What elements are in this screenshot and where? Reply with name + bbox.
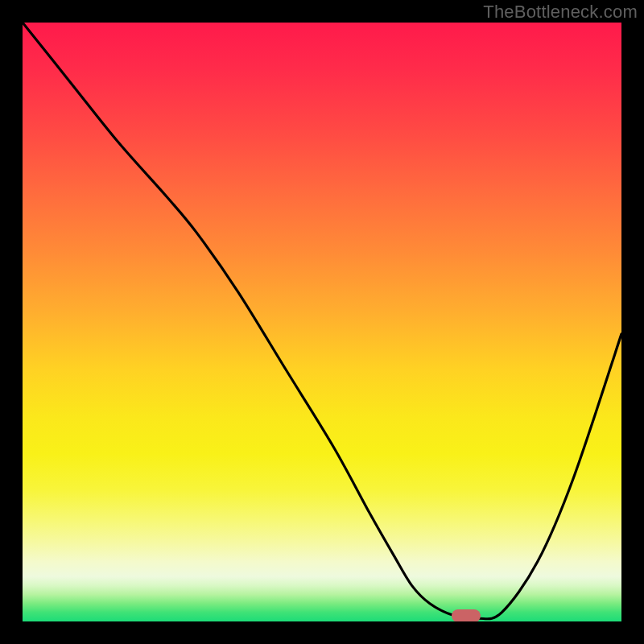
chart-container: TheBottleneck.com: [0, 0, 644, 644]
plot-area: [23, 23, 621, 621]
curve-svg: [23, 23, 621, 621]
bottleneck-curve-path: [23, 23, 621, 619]
watermark-text: TheBottleneck.com: [483, 2, 638, 23]
optimal-point-marker: [452, 609, 481, 621]
